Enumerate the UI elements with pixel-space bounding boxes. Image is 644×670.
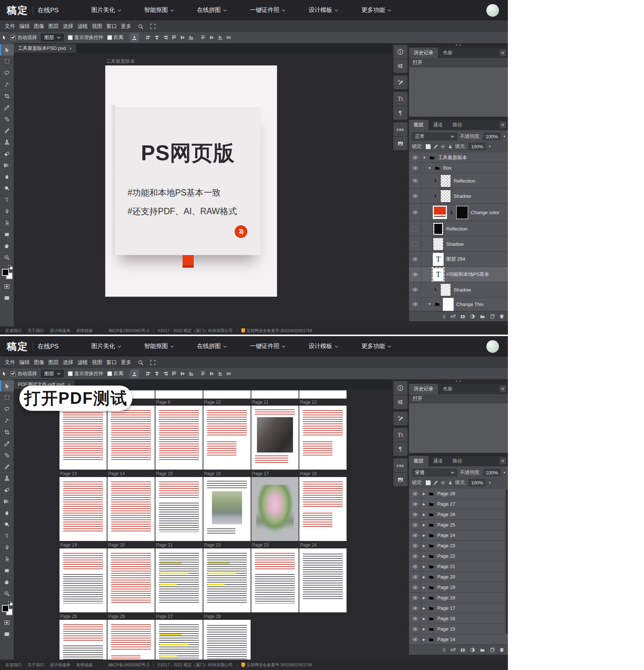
type-tool[interactable]: T (0, 194, 14, 205)
pdf-page-thumb[interactable] (203, 406, 251, 470)
pdf-page-thumb[interactable] (203, 620, 251, 660)
screen-mode-button[interactable] (0, 292, 14, 303)
move-tool[interactable] (0, 44, 14, 55)
pdf-page-thumb[interactable] (299, 390, 347, 399)
layer-visibility-toggle[interactable] (409, 221, 421, 236)
layer-row[interactable]: ▼Box (409, 163, 508, 173)
lasso-tool[interactable] (0, 67, 14, 78)
align-bottom-button[interactable] (189, 35, 194, 40)
panel-menu-icon[interactable]: ≡ (499, 386, 506, 392)
layer-row[interactable]: ▼工具最新版本 (409, 152, 508, 163)
expand-caret-icon[interactable]: ▶ (423, 575, 425, 579)
nav-item[interactable]: 图片美化 (91, 342, 121, 350)
caret-down-icon[interactable]: ▼ (488, 481, 491, 484)
layer-row[interactable]: ▶Page 23 (409, 541, 508, 551)
character-panel-button[interactable]: Tt (393, 92, 408, 106)
zoom-tool[interactable] (0, 252, 14, 263)
path-select-tool[interactable] (0, 217, 14, 228)
pdf-page-thumb[interactable] (155, 477, 203, 541)
collapse-caret-icon[interactable]: ▼ (428, 166, 431, 170)
menu-item[interactable]: 更多 (121, 359, 131, 366)
expand-caret-icon[interactable]: ▶ (423, 638, 425, 641)
layer-row[interactable]: T图层 294 (409, 252, 508, 267)
footer-link[interactable]: 友情链接 (76, 662, 93, 668)
layer-row[interactable]: ▶Page 14 (409, 634, 508, 645)
pdf-page-thumb[interactable] (251, 548, 299, 612)
distribute-bottom-button[interactable] (218, 371, 223, 376)
nav-item[interactable]: 在线拼图 (197, 6, 227, 14)
align-v-center-button[interactable] (180, 35, 185, 40)
dodge-tool[interactable] (0, 183, 14, 194)
adjustment-button[interactable] (470, 647, 475, 653)
layer-visibility-toggle[interactable] (409, 282, 421, 297)
clone-stamp-tool[interactable] (0, 136, 14, 148)
align-right-button[interactable] (163, 371, 168, 376)
new-group-button[interactable] (480, 648, 485, 653)
pdf-page-thumb[interactable] (299, 548, 347, 612)
crop-tool[interactable] (0, 90, 14, 102)
layer-visibility-toggle[interactable] (409, 551, 421, 561)
checkbox-icon[interactable] (68, 371, 73, 376)
align-left-button[interactable] (146, 35, 151, 40)
fx-icon[interactable]: eff (451, 314, 455, 319)
layer-row[interactable]: Reflection (409, 173, 508, 189)
layer-row[interactable]: ▶Page 15 (409, 624, 508, 634)
layer-visibility-toggle[interactable] (409, 593, 421, 603)
menu-item[interactable]: 选择 (63, 23, 73, 30)
pdf-page-thumb[interactable] (299, 406, 347, 470)
link-button[interactable] (442, 314, 446, 319)
layer-row[interactable]: ▶Page 24 (409, 530, 508, 541)
menu-item[interactable]: 文件 (5, 23, 15, 30)
layer-visibility-toggle[interactable] (409, 520, 421, 530)
expand-caret-icon[interactable]: ▶ (423, 617, 425, 621)
quick-mask-button[interactable] (0, 281, 14, 292)
layer-visibility-toggle[interactable] (409, 204, 421, 221)
lock-move-icon[interactable] (441, 480, 445, 485)
footer-link[interactable]: 关于我们 (28, 662, 44, 668)
gradient-tool[interactable] (0, 496, 14, 507)
paragraph-panel-button[interactable]: ¶ (393, 442, 408, 456)
fullscreen-button[interactable] (150, 360, 155, 365)
user-avatar[interactable] (486, 340, 499, 353)
eyedropper-tool[interactable] (0, 438, 14, 449)
layer-visibility-toggle[interactable] (409, 541, 421, 551)
lock-move-icon[interactable] (441, 144, 445, 149)
pdf-page-thumb[interactable] (107, 477, 155, 541)
distribute-v-center-button[interactable] (209, 35, 214, 40)
align-top-button[interactable] (171, 35, 177, 40)
menu-item[interactable]: 图层 (48, 359, 59, 366)
nav-item[interactable]: 智能抠图 (144, 342, 174, 350)
footer-link[interactable]: 反馈我们 (5, 662, 22, 668)
layer-row[interactable]: ▶Page 28 (409, 489, 508, 499)
css-panel-button[interactable]: css (393, 122, 408, 136)
menu-item[interactable]: 编辑 (19, 23, 30, 30)
panel-menu-icon[interactable]: ≡ (499, 122, 506, 128)
distance-checkbox[interactable]: 距离 (107, 370, 123, 377)
brush-settings-panel-button[interactable] (393, 412, 408, 425)
menu-item[interactable]: 滤镜 (77, 23, 88, 30)
pen-tool[interactable] (0, 206, 14, 217)
type-tool[interactable]: T (0, 530, 14, 541)
align-top-button[interactable] (171, 371, 177, 376)
pdf-page-thumb[interactable] (59, 548, 107, 612)
expand-caret-icon[interactable]: ▶ (423, 627, 425, 631)
new-layer-button[interactable] (490, 647, 495, 653)
image-panel-button[interactable] (393, 136, 408, 150)
layer-visibility-toggle[interactable] (409, 189, 421, 203)
align-left-button[interactable] (146, 371, 151, 376)
adjustment-button[interactable] (470, 314, 475, 319)
info-panel-button[interactable] (393, 45, 408, 59)
collapse-caret-icon[interactable]: ▼ (428, 302, 431, 306)
distribute-bottom-button[interactable] (218, 35, 223, 40)
poster-canvas[interactable]: PS网页版 #功能和本地PS基本一致 #还支持PDF、AI、RAW格式 3) (105, 65, 277, 297)
expand-caret-icon[interactable]: ▶ (423, 502, 425, 506)
menu-item[interactable]: 滤镜 (77, 359, 88, 366)
adjustments-panel-button[interactable] (393, 59, 408, 73)
layer-visibility-toggle[interactable] (409, 613, 421, 624)
nav-item[interactable]: 图片美化 (91, 6, 121, 14)
auto-select-checkbox[interactable]: 自动选择 (10, 370, 37, 377)
pdf-page-thumb[interactable] (59, 406, 107, 470)
panel-tab[interactable]: 通道 (428, 120, 448, 130)
fx-icon[interactable]: eff (451, 647, 455, 653)
footer-link[interactable]: 设计师接单 (50, 328, 70, 334)
